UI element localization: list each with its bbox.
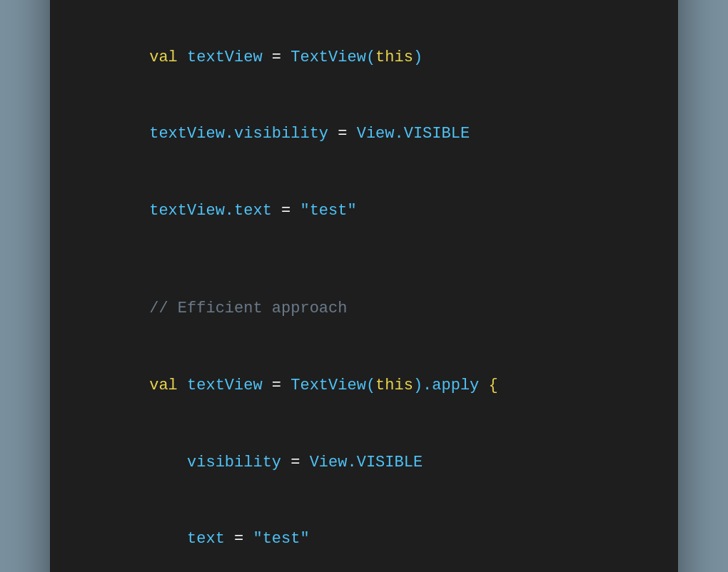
view-visible-1: View.VISIBLE: [357, 125, 470, 143]
blank-line-1: [93, 250, 635, 271]
code-line-2: textView.visibility = View.VISIBLE: [93, 96, 635, 172]
string-test-2: "test": [253, 530, 309, 548]
constructor-apply: TextView(: [290, 377, 375, 394]
constructor-1: TextView(: [290, 48, 375, 66]
open-brace: {: [489, 377, 498, 394]
code-editor: // It can be more concise val textView =…: [50, 0, 678, 572]
view-visible-2: View.VISIBLE: [310, 454, 423, 471]
operator-eq-3: =: [281, 202, 300, 220]
comment-text-2: // Efficient approach: [149, 300, 347, 317]
keyword-val-1: val: [149, 48, 187, 66]
code-line-3: textView.text = "test": [93, 173, 635, 249]
this-keyword-2: this: [375, 377, 413, 394]
var-textview-4: textView: [187, 377, 272, 394]
operator-eq-4: =: [272, 377, 290, 394]
dot-visibility: .visibility: [225, 125, 338, 143]
comment-line-1: // It can be more concise: [93, 0, 635, 19]
var-textview-3: textView: [149, 202, 225, 220]
var-textview-2: textView: [149, 125, 225, 143]
this-keyword-1: this: [375, 48, 413, 66]
code-line-5: visibility = View.VISIBLE: [93, 424, 635, 500]
operator-eq-5: =: [290, 454, 309, 471]
comment-line-2: // Efficient approach: [93, 271, 635, 347]
apply-method: ).apply: [413, 377, 489, 394]
operator-eq-1: =: [272, 48, 290, 66]
indent-text: text: [149, 530, 234, 548]
code-window: // It can be more concise val textView =…: [50, 0, 678, 572]
indent-visibility: visibility: [149, 454, 290, 471]
operator-eq-2: =: [338, 125, 356, 143]
paren-close-1: ): [413, 48, 423, 66]
code-line-4: val textView = TextView(this).apply {: [93, 348, 635, 424]
operator-eq-6: =: [234, 530, 253, 548]
var-textview-1: textView: [187, 48, 272, 66]
keyword-val-2: val: [149, 377, 187, 394]
dot-text-1: .text: [225, 202, 281, 220]
code-line-1: val textView = TextView(this): [93, 20, 635, 96]
code-line-6: text = "test": [93, 501, 635, 572]
string-test-1: "test": [300, 202, 356, 220]
